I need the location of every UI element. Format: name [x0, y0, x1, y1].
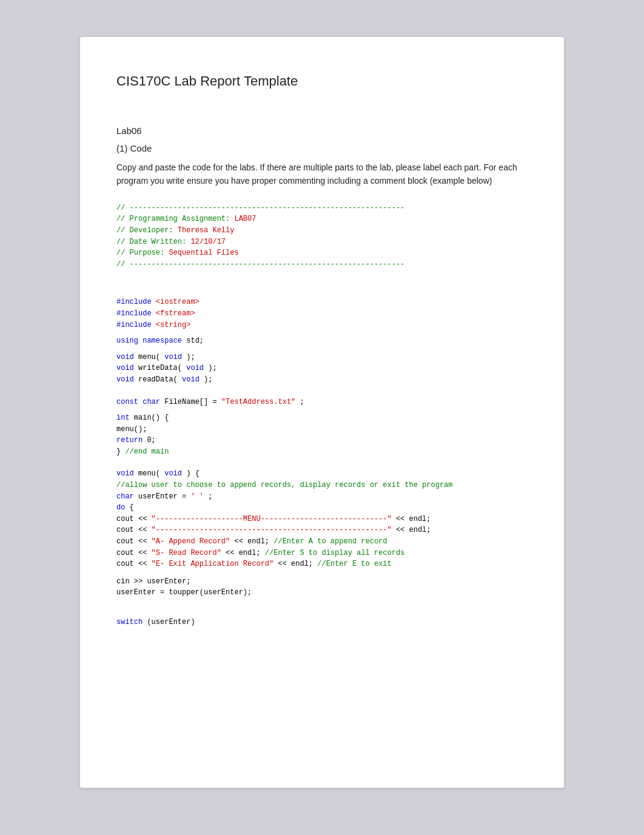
include-string: #include <string> [116, 320, 528, 331]
comment-label-date: // Date Written: [116, 238, 190, 246]
comment-label-purpose: // Purpose: [116, 249, 169, 257]
code-prototypes: void menu( void ); void writeData( void … [116, 352, 528, 386]
instructions-text: Copy and paste the code for the labs. If… [116, 161, 528, 188]
comment-value-purpose: Sequential Files [169, 249, 238, 257]
comment-line-3: // Developer: Theresa Kelly [116, 225, 528, 236]
cout-exit-line: cout << "E- Exit Application Record" << … [116, 558, 528, 570]
comment-label-assignment: // Programming Assignment: [116, 215, 234, 223]
comment-line-5: // Purpose: Sequential Files [116, 247, 528, 259]
switch-line: switch (userEnter) [116, 617, 528, 628]
main-menu-call: menu(); [116, 424, 528, 435]
code-main: int main() { menu(); return 0; } //end m… [116, 412, 528, 457]
comment-label-developer: // Developer: [116, 226, 178, 235]
lab-label: Lab06 [116, 126, 528, 136]
include-iostream: #include <iostream> [116, 297, 528, 308]
comment-line-4: // Date Written: 12/10/17 [116, 236, 528, 248]
proto-read: void readData( void ); [116, 374, 528, 386]
document-title: CIS170C Lab Report Template [116, 73, 528, 89]
code-spacer-1 [116, 570, 528, 576]
comment-line-2: // Programming Assignment: LAB07 [116, 213, 528, 225]
code-menu-func: void menu( void ) { //allow user to choo… [116, 468, 528, 628]
main-return: return 0; [116, 435, 528, 446]
comment-line-6: // -------------------------------------… [116, 259, 528, 270]
cin-userenter: cin >> userEnter; [116, 576, 528, 588]
menu-func-header: void menu( void ) { [116, 468, 528, 480]
menu-userenter-decl: char userEnter = ' ' ; [116, 491, 528, 503]
menu-do-open: do { [116, 502, 528, 514]
code-using: using namespace std; [116, 335, 528, 347]
main-close: } //end main [116, 446, 528, 458]
code-spacer-2 [116, 599, 528, 611]
comment-value-developer: Theresa Kelly [178, 226, 235, 235]
cout-menu-line: cout << "--------------------MENU-------… [116, 514, 528, 525]
main-open: int main() { [116, 412, 528, 424]
cout-sep-line: cout << "-------------------------------… [116, 525, 528, 536]
code-includes: #include <iostream> #include <fstream> #… [116, 297, 528, 330]
comment-block: // -------------------------------------… [116, 203, 528, 270]
cout-append-line: cout << "A- Append Record" << endl; //En… [116, 536, 528, 548]
comment-value-assignment: LAB07 [234, 215, 256, 223]
proto-menu: void menu( void ); [116, 352, 528, 363]
toupper-line: userEnter = toupper(userEnter); [116, 587, 528, 599]
include-fstream: #include <fstream> [116, 308, 528, 320]
section-heading: (1) Code [116, 143, 528, 153]
proto-write: void writeData( void ); [116, 363, 528, 374]
code-spacer-3 [116, 611, 528, 617]
code-const-char: const char FileName[] = "TestAddress.txt… [116, 397, 528, 408]
comment-value-date: 12/10/17 [190, 238, 226, 246]
menu-comment: //allow user to choose to append records… [116, 480, 528, 491]
document-container: CIS170C Lab Report Template Lab06 (1) Co… [79, 36, 565, 788]
comment-line-1: // -------------------------------------… [116, 203, 528, 214]
cout-read-line: cout << "S- Read Record" << endl; //Ente… [116, 548, 528, 559]
